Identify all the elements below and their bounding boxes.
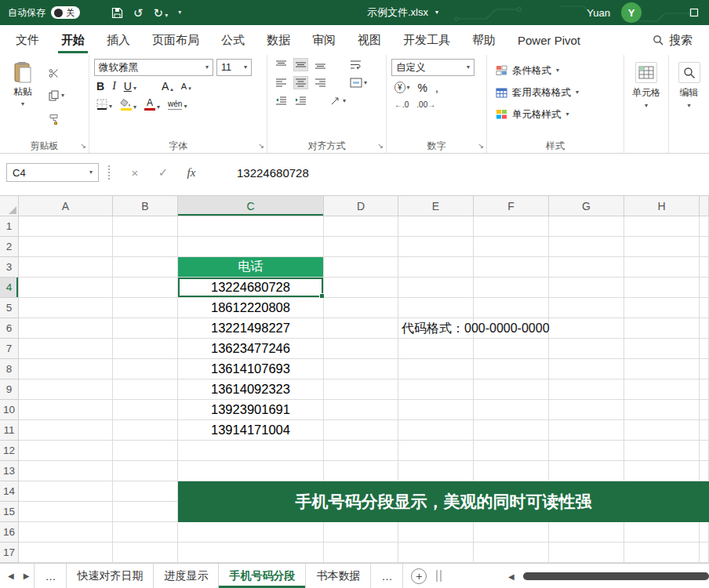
column-header-D[interactable]: D <box>324 196 398 216</box>
cell-H17[interactable] <box>624 543 700 563</box>
tab-scroll-splitter[interactable] <box>436 570 442 582</box>
undo-button[interactable]: ↺ <box>133 7 144 19</box>
cell-D2[interactable] <box>324 237 398 257</box>
cell-B5[interactable] <box>113 298 178 318</box>
cell-G3[interactable] <box>549 257 624 278</box>
cell-C4[interactable]: 13224680728 <box>178 278 324 298</box>
cell-D13[interactable] <box>324 461 398 481</box>
tab-insert[interactable]: 插入 <box>96 25 141 55</box>
cell-E8[interactable] <box>398 359 474 379</box>
enter-button[interactable]: ✓ <box>149 165 177 180</box>
cell-A16[interactable] <box>19 522 113 543</box>
cell-B1[interactable] <box>113 216 178 237</box>
name-box[interactable]: C4 ▾ <box>6 163 99 182</box>
cell-G16[interactable] <box>549 522 624 543</box>
column-header-E[interactable]: E <box>398 196 474 216</box>
cell-B13[interactable] <box>113 461 178 481</box>
font-color-button[interactable]: A ▾ <box>144 98 160 111</box>
cell-F2[interactable] <box>474 237 549 257</box>
cell-E3[interactable] <box>398 257 474 278</box>
row-header-12[interactable]: 12 <box>0 441 19 461</box>
column-header-C[interactable]: C <box>178 196 324 216</box>
cell-B3[interactable] <box>113 257 178 278</box>
sheet-tab-4[interactable]: … <box>371 564 403 588</box>
cell-B10[interactable] <box>113 400 178 420</box>
cell-B15[interactable] <box>113 502 178 522</box>
cell-H6[interactable] <box>624 318 700 339</box>
cell-G12[interactable] <box>549 441 624 461</box>
tab-power-pivot[interactable]: Power Pivot <box>507 25 591 55</box>
clipboard-dialog-launcher[interactable]: ↘ <box>80 143 86 150</box>
cell-F10[interactable] <box>474 400 549 420</box>
copy-button[interactable]: ▾ <box>49 90 64 101</box>
formula-input[interactable]: 13224680728 <box>237 166 309 180</box>
qat-customize-button[interactable]: ▾ <box>178 9 181 16</box>
cell-C6[interactable]: 13221498227 <box>178 318 324 339</box>
cell-H10[interactable] <box>624 400 700 420</box>
cell-H12[interactable] <box>624 441 700 461</box>
cell-H16[interactable] <box>624 522 700 543</box>
cell-F12[interactable] <box>474 441 549 461</box>
cell-B9[interactable] <box>113 379 178 400</box>
cell-B11[interactable] <box>113 420 178 441</box>
row-header-9[interactable]: 9 <box>0 379 19 400</box>
alignment-dialog-launcher[interactable]: ↘ <box>377 143 384 150</box>
cell-C10[interactable]: 13923901691 <box>178 400 324 420</box>
font-size-select[interactable]: 11 ▾ <box>216 59 252 76</box>
cell-D9[interactable] <box>324 379 398 400</box>
borders-button[interactable]: ▾ <box>96 99 112 110</box>
row-header-15[interactable]: 15 <box>0 502 19 522</box>
column-header-A[interactable]: A <box>19 196 113 216</box>
cell-A11[interactable] <box>19 420 113 441</box>
increase-font-button[interactable]: A ▴ <box>162 81 173 92</box>
document-title[interactable]: 示例文件.xlsx ▾ <box>367 0 438 25</box>
cell-G5[interactable] <box>549 298 624 318</box>
font-name-select[interactable]: 微软雅黑 ▾ <box>94 59 213 76</box>
row-header-10[interactable]: 10 <box>0 400 19 420</box>
cell-C11[interactable]: 13914171004 <box>178 420 324 441</box>
cell-F3[interactable] <box>474 257 549 278</box>
ribbon-search[interactable]: 搜索 <box>653 25 709 55</box>
cell-A17[interactable] <box>19 543 113 563</box>
tab-page-layout[interactable]: 页面布局 <box>141 25 210 55</box>
cell-D5[interactable] <box>324 298 398 318</box>
cell-G7[interactable] <box>549 339 624 359</box>
cell-E9[interactable] <box>398 379 474 400</box>
bold-button[interactable]: B <box>96 81 104 92</box>
sheet-tab-0[interactable]: 快速对齐日期 <box>67 564 154 588</box>
cell-E17[interactable] <box>398 543 474 563</box>
accounting-format-button[interactable]: ¥ ▾ <box>394 81 411 94</box>
cell-B2[interactable] <box>113 237 178 257</box>
cell-D7[interactable] <box>324 339 398 359</box>
autosave-toggle[interactable]: 自动保存 关 <box>8 6 80 20</box>
cell-E12[interactable] <box>398 441 474 461</box>
format-as-table-button[interactable]: 套用表格格式 ▾ <box>496 83 619 102</box>
comma-style-button[interactable]: , <box>434 82 439 94</box>
cell-B12[interactable] <box>113 441 178 461</box>
cell-B7[interactable] <box>113 339 178 359</box>
cell-E10[interactable] <box>398 400 474 420</box>
cell-E11[interactable] <box>398 420 474 441</box>
cell-A15[interactable] <box>19 502 113 522</box>
cell-B14[interactable] <box>113 481 178 502</box>
redo-button[interactable]: ↻▾ <box>154 7 169 19</box>
cell-F4[interactable] <box>474 278 549 298</box>
cell-D8[interactable] <box>324 359 398 379</box>
cell-C13[interactable] <box>178 461 324 481</box>
format-painter-button[interactable] <box>49 114 64 125</box>
fill-color-button[interactable]: ▾ <box>120 99 136 111</box>
cell-F13[interactable] <box>474 461 549 481</box>
cell-H9[interactable] <box>624 379 700 400</box>
cell-B4[interactable] <box>113 278 178 298</box>
cell-C12[interactable] <box>178 441 324 461</box>
tab-data[interactable]: 数据 <box>256 25 301 55</box>
cell-C16[interactable] <box>178 522 324 543</box>
cell-C1[interactable] <box>178 216 324 237</box>
cell-D4[interactable] <box>324 278 398 298</box>
row-header-17[interactable]: 17 <box>0 543 19 563</box>
cell-G13[interactable] <box>549 461 624 481</box>
cell-E13[interactable] <box>398 461 474 481</box>
merge-center-button[interactable]: ▾ <box>349 77 368 89</box>
cut-button[interactable] <box>49 68 64 78</box>
cell-H4[interactable] <box>624 278 700 298</box>
